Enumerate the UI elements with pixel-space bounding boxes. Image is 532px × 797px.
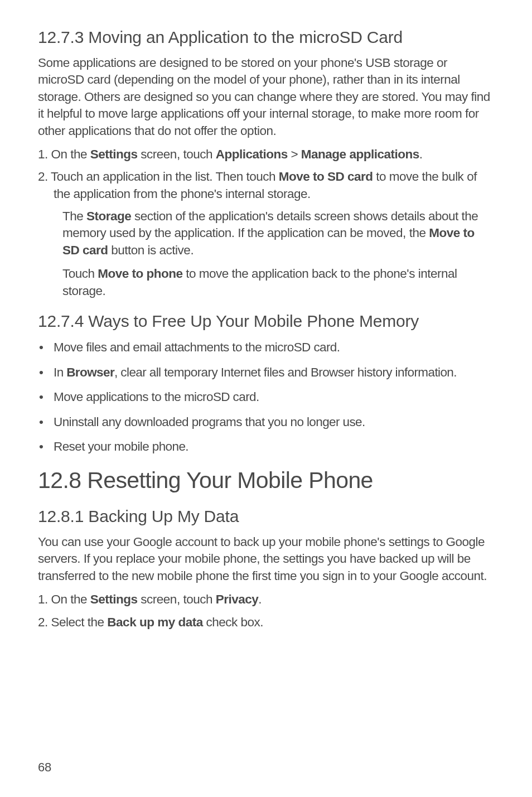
text: check box. xyxy=(203,615,263,629)
ui-label: Settings xyxy=(90,147,138,161)
paragraph: You can use your Google account to back … xyxy=(38,534,494,585)
text: The xyxy=(62,209,86,223)
ordered-step-1: 1. On the Settings screen, touch Applica… xyxy=(38,146,494,163)
heading-12-8: 12.8 Resetting Your Mobile Phone xyxy=(38,467,494,494)
ui-label: Back up my data xyxy=(107,615,202,629)
note-paragraph: The Storage section of the application's… xyxy=(62,208,494,259)
text: . xyxy=(258,592,262,606)
text: On the xyxy=(51,592,90,606)
step-number: 1. xyxy=(38,592,51,606)
step-number: 2. xyxy=(38,615,51,629)
text: screen, touch xyxy=(138,147,216,161)
text: . xyxy=(419,147,423,161)
text: Move applications to the microSD card. xyxy=(54,390,259,404)
ordered-step-1: 1. On the Settings screen, touch Privacy… xyxy=(38,591,494,608)
bullet-item: Reset your mobile phone. xyxy=(38,438,494,456)
heading-12-7-3: 12.7.3 Moving an Application to the micr… xyxy=(38,28,494,47)
bullet-item: Move applications to the microSD card. xyxy=(38,388,494,407)
text: screen, touch xyxy=(138,592,216,606)
text: Select the xyxy=(51,615,108,629)
ui-label: Settings xyxy=(90,592,138,606)
heading-12-8-1: 12.8.1 Backing Up My Data xyxy=(38,507,494,526)
text: , clear all temporary Internet files and… xyxy=(114,365,457,379)
section-12-8-1: 12.8.1 Backing Up My Data You can use yo… xyxy=(38,507,494,631)
text: Touch an application in the list. Then t… xyxy=(51,170,279,183)
ui-label: Move to SD card xyxy=(279,170,373,183)
paragraph: Some applications are designed to be sto… xyxy=(38,55,494,139)
ui-label: Privacy xyxy=(216,592,259,606)
ordered-step-2: 2. Select the Back up my data check box. xyxy=(38,614,494,631)
text: In xyxy=(54,365,66,379)
text: button is active. xyxy=(108,243,194,257)
ui-label: Storage xyxy=(86,209,131,223)
text: > xyxy=(288,147,301,161)
bullet-item: Move files and email attachments to the … xyxy=(38,339,494,357)
text: Touch xyxy=(62,267,98,281)
text: Reset your mobile phone. xyxy=(54,439,188,453)
text: On the xyxy=(51,147,90,161)
ui-label: Applications xyxy=(216,147,288,161)
page-number: 68 xyxy=(38,760,51,775)
section-12-7-4: 12.7.4 Ways to Free Up Your Mobile Phone… xyxy=(38,312,494,456)
step-number: 2. xyxy=(38,170,51,183)
ui-label: Browser xyxy=(66,365,114,379)
text: Move files and email attachments to the … xyxy=(54,340,340,354)
bullet-item: In Browser, clear all temporary Internet… xyxy=(38,364,494,382)
text: Uninstall any downloaded programs that y… xyxy=(54,415,365,429)
ui-label: Move to phone xyxy=(98,267,182,281)
note-paragraph: Touch Move to phone to move the applicat… xyxy=(62,265,494,300)
step-number: 1. xyxy=(38,147,51,161)
bullet-item: Uninstall any downloaded programs that y… xyxy=(38,413,494,432)
ordered-step-2: 2. Touch an application in the list. The… xyxy=(38,168,494,202)
heading-12-7-4: 12.7.4 Ways to Free Up Your Mobile Phone… xyxy=(38,312,494,331)
ui-label: Manage applications xyxy=(301,147,419,161)
section-12-7-3: 12.7.3 Moving an Application to the micr… xyxy=(38,28,494,300)
